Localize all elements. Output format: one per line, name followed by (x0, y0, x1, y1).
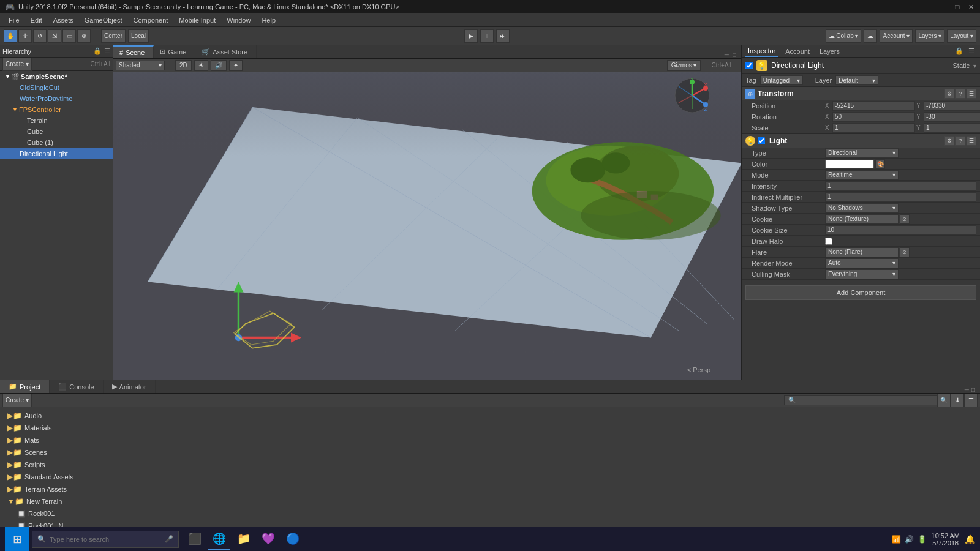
folder-standard-assets[interactable]: ▶📁 Standard Assets (5, 471, 975, 483)
taskbar-app-explorer[interactable]: 📁 (233, 528, 255, 550)
hand-tool[interactable]: ✋ (4, 29, 17, 43)
flare-select-btn[interactable]: ⊙ (900, 247, 910, 257)
start-button[interactable]: ⊞ (5, 527, 29, 552)
light-menu-btn[interactable]: ☰ (967, 136, 976, 146)
tab-layers[interactable]: Layers (817, 47, 842, 56)
close-btn[interactable]: ✕ (967, 2, 975, 11)
transform-menu-btn[interactable]: ☰ (967, 89, 976, 99)
hierarchy-menu-icon[interactable]: ☰ (104, 47, 110, 55)
center-btn[interactable]: Center (101, 29, 126, 43)
pause-btn[interactable]: ⏸ (480, 29, 494, 43)
tab-scene[interactable]: # Scene (113, 45, 154, 58)
hierarchy-item-waterpro[interactable]: WaterProDaytime (0, 93, 113, 104)
cookie-size-input[interactable] (825, 225, 976, 235)
cookie-select-btn[interactable]: ⊙ (900, 214, 910, 224)
hierarchy-create-btn[interactable]: Create ▾ (2, 58, 32, 71)
flare-dropdown[interactable]: None (Flare) (825, 247, 899, 257)
position-y-input[interactable] (924, 101, 980, 111)
menu-help[interactable]: Help (257, 15, 281, 25)
transform-settings-btn[interactable]: ⚙ (944, 89, 954, 99)
tab-account[interactable]: Account (783, 47, 812, 56)
minimize-btn[interactable]: ─ (940, 2, 948, 11)
local-btn[interactable]: Local (128, 29, 149, 43)
render-dropdown[interactable]: Auto ▾ (825, 258, 899, 268)
color-picker-btn[interactable]: 🎨 (875, 159, 885, 169)
light-help-btn[interactable]: ? (956, 136, 965, 146)
collab-btn[interactable]: ☁ Collab ▾ (826, 29, 862, 43)
folder-scenes[interactable]: ▶📁 Scenes (5, 446, 975, 459)
rotate-tool[interactable]: ↺ (33, 29, 47, 43)
minimize-panel-btn[interactable]: ─ (725, 51, 729, 58)
folder-new-terrain[interactable]: ▼📁 New Terrain (5, 495, 975, 508)
object-enabled-checkbox[interactable] (745, 62, 753, 69)
layout-btn[interactable]: Layout ▾ (947, 29, 976, 43)
folder-scripts[interactable]: ▶📁 Scripts (5, 459, 975, 471)
taskbar-app-vs[interactable]: 💜 (257, 528, 279, 550)
taskbar-app-taskview[interactable]: ⬛ (184, 528, 206, 550)
folder-mats[interactable]: ▶📁 Mats (5, 434, 975, 446)
scene-viewport[interactable]: X Y Z (113, 72, 741, 380)
transform-help-btn[interactable]: ? (956, 89, 965, 99)
cookie-dropdown[interactable]: None (Texture) (825, 214, 899, 224)
maximize-btn[interactable]: □ (953, 2, 962, 11)
taskbar-search-input[interactable] (50, 536, 161, 543)
scale-x-input[interactable] (832, 123, 915, 133)
mode-dropdown[interactable]: Realtime ▾ (825, 170, 899, 180)
light-enabled-checkbox[interactable] (758, 137, 765, 144)
culling-dropdown[interactable]: Everything ▾ (825, 269, 899, 279)
menu-gameobject[interactable]: GameObject (80, 15, 127, 25)
add-component-btn[interactable]: Add Component (745, 285, 976, 300)
folder-audio[interactable]: ▶📁 Audio (5, 410, 975, 422)
2d-btn[interactable]: 2D (175, 60, 192, 71)
hierarchy-item-oldinglecut[interactable]: OldSingleCut (0, 82, 113, 93)
rect-tool[interactable]: ▭ (62, 29, 76, 43)
static-chevron-icon[interactable]: ▾ (973, 62, 976, 69)
tab-project[interactable]: 📁 Project (0, 380, 50, 393)
bottom-minimize-btn[interactable]: ─ (965, 386, 969, 393)
move-tool[interactable]: ✛ (18, 29, 32, 43)
shading-dropdown[interactable]: Shaded ▾ (116, 61, 165, 70)
light-header[interactable]: 💡 Light ⚙ ? ☰ (742, 134, 980, 148)
tab-asset-store[interactable]: 🛒 Asset Store (195, 45, 257, 58)
color-swatch[interactable] (825, 160, 874, 168)
create-btn[interactable]: Create ▾ (2, 394, 32, 407)
hierarchy-item-samplescene[interactable]: ▼ 🎬 SampleScene* (0, 71, 113, 82)
project-search-input[interactable] (784, 395, 937, 405)
gizmos-btn[interactable]: Gizmos ▾ (667, 60, 701, 71)
combo-tool[interactable]: ⊕ (77, 29, 91, 43)
draw-halo-checkbox[interactable] (825, 238, 832, 245)
light-settings-btn[interactable]: ⚙ (944, 136, 954, 146)
audio-btn[interactable]: 🔊 (211, 60, 227, 71)
taskbar-app-unity[interactable]: 🔵 (282, 528, 304, 550)
import-btn[interactable]: ⬇ (951, 394, 964, 407)
transform-header[interactable]: ⊕ Transform ⚙ ? ☰ (742, 87, 980, 100)
menu-assets[interactable]: Assets (48, 15, 78, 25)
project-menu-btn[interactable]: ☰ (964, 394, 978, 407)
menu-edit[interactable]: Edit (26, 15, 47, 25)
shadow-dropdown[interactable]: No Shadows ▾ (825, 203, 899, 213)
bottom-maximize-btn[interactable]: □ (971, 386, 975, 393)
rotation-y-input[interactable] (924, 112, 980, 122)
intensity-input[interactable] (825, 181, 976, 191)
tab-game[interactable]: ⊡ Game (154, 45, 195, 58)
hierarchy-item-cube1[interactable]: Cube (1) (0, 137, 113, 148)
maximize-panel-btn[interactable]: □ (733, 51, 736, 58)
tab-inspector[interactable]: Inspector (745, 46, 778, 57)
type-dropdown[interactable]: Directional ▾ (825, 148, 899, 158)
file-rock001[interactable]: 🔲 Rock001 (5, 508, 975, 520)
indirect-input[interactable] (825, 192, 976, 202)
scale-tool[interactable]: ⇲ (48, 29, 61, 43)
folder-terrain-assets[interactable]: ▶📁 Terrain Assets (5, 483, 975, 495)
rotation-x-input[interactable] (832, 112, 915, 122)
folder-materials[interactable]: ▶📁 Materials (5, 422, 975, 434)
position-x-input[interactable] (832, 101, 915, 111)
menu-file[interactable]: File (4, 15, 24, 25)
search-icon-btn[interactable]: 🔍 (937, 394, 951, 407)
layers-btn[interactable]: Layers ▾ (915, 29, 944, 43)
inspector-menu-btn[interactable]: ☰ (967, 47, 976, 56)
hierarchy-item-directional[interactable]: Directional Light (0, 148, 113, 159)
tag-dropdown[interactable]: Untagged ▾ (760, 75, 803, 85)
cloud-btn[interactable]: ☁ (864, 29, 877, 43)
menu-component[interactable]: Component (128, 15, 173, 25)
hierarchy-item-cube[interactable]: Cube (0, 126, 113, 137)
